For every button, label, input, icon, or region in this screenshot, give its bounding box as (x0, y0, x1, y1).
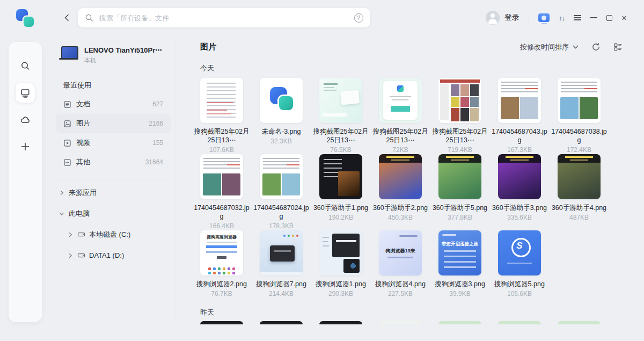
file-item[interactable]: 1740454687043.jpg167.3KB (498, 78, 541, 154)
maximize-button[interactable] (606, 15, 612, 21)
file-thumbnail (319, 230, 362, 275)
file-item-partial[interactable] (260, 321, 303, 324)
close-button[interactable]: × (621, 13, 627, 23)
search-bar[interactable]: ? (78, 8, 370, 27)
thumbnail-text: 搜狗高速浏览器 (200, 234, 243, 240)
sidebar-item-images[interactable]: 图片2166 (56, 114, 171, 133)
file-item[interactable]: 搜狗截图25年02月25日13⋯107.6KB (200, 78, 243, 154)
category-label: 视频 (76, 138, 152, 148)
file-name: 搜狗截图25年02月25日13⋯ (431, 127, 488, 144)
file-size: 166.4KB (193, 222, 250, 230)
chevron-right-icon (68, 232, 73, 237)
sort-label: 按修改时间排序 (520, 42, 569, 52)
sidebar-item-others[interactable]: 其他31664 (56, 153, 171, 172)
file-item[interactable]: 360手游助手4.png487KB (558, 154, 601, 230)
file-size: 719.4KB (431, 146, 488, 154)
file-thumbnail (319, 78, 362, 123)
other-icon (63, 158, 71, 166)
file-item-partial[interactable] (200, 321, 243, 324)
file-item[interactable]: 搜狗浏览器7.png214.4KB (260, 230, 303, 307)
file-item[interactable]: 搜狗截图25年02月25日13⋯719.4KB (438, 78, 481, 154)
transfer-list-icon[interactable]: ↑↓ (559, 14, 565, 22)
file-thumbnail (498, 154, 541, 199)
file-item[interactable]: 搜狗浏览器5.png105.6KB (498, 230, 541, 307)
section-label-yesterday: 昨天 (200, 308, 214, 317)
refresh-icon (591, 42, 601, 52)
laptop-icon (59, 46, 78, 61)
chevron-left-icon (62, 13, 72, 23)
file-thumbnail (498, 78, 541, 123)
main-content: 图片 按修改时间排序 今天 搜狗截图25年02月25日13⋯107.6KB未命名… (175, 35, 644, 341)
tree-item-disk-c[interactable]: 本地磁盘 (C:) (52, 224, 175, 245)
rail-add-button[interactable] (15, 136, 35, 157)
title-bar: ? 登录 ↑↓ × (0, 0, 644, 35)
drive-icon (77, 251, 85, 259)
tree-item-source-apps[interactable]: 来源应用 (52, 182, 175, 203)
file-name: 360手游助手1.png (312, 204, 369, 212)
content-header: 图片 按修改时间排序 (200, 42, 623, 52)
file-item-partial[interactable] (319, 321, 362, 324)
sort-dropdown[interactable]: 按修改时间排序 (520, 42, 579, 52)
folder-tree: 来源应用此电脑本地磁盘 (C:)DATA1 (D:) (52, 182, 175, 266)
back-button[interactable] (62, 13, 72, 23)
file-thumbnail: 狗浏览器13来 (379, 230, 422, 275)
chevron-right-icon (59, 190, 64, 195)
file-item[interactable]: 未命名-3.png32.3KB (260, 78, 303, 154)
category-list: 文档627图片2166视频155其他31664 (52, 95, 175, 172)
file-item-partial[interactable] (438, 321, 481, 324)
icon-rail (9, 42, 42, 322)
file-name: 360手游助手5.png (431, 204, 488, 212)
drive-icon (77, 230, 85, 238)
file-thumbnail (379, 154, 422, 199)
file-item-partial[interactable] (498, 321, 541, 324)
file-size: 227.5KB (372, 290, 429, 298)
rail-computer-button[interactable] (15, 83, 35, 103)
file-size: 214.4KB (253, 290, 310, 298)
menu-icon[interactable] (574, 15, 581, 20)
file-item[interactable]: 360手游助手1.png190.2KB (319, 154, 362, 230)
file-name: 搜狗浏览器2.png (193, 280, 250, 288)
file-item[interactable]: 1740454687038.jpg172.4KB (558, 78, 601, 154)
file-item[interactable]: 360手游助手2.png450.3KB (379, 154, 422, 230)
file-item-partial[interactable] (558, 321, 601, 324)
next-row-stubs (200, 321, 601, 324)
rail-search-button[interactable] (15, 56, 35, 76)
file-item[interactable]: 1740454687024.jpg178.3KB (260, 154, 303, 230)
help-icon[interactable]: ? (354, 13, 363, 23)
file-item[interactable]: 狗浏览器13来搜狗浏览器4.png227.5KB (379, 230, 422, 307)
device-item[interactable]: LENOVO TianYi510Pr⋯ 本机 (59, 46, 175, 64)
file-thumbnail: 搜狗高速浏览器 (200, 230, 243, 275)
file-item[interactable]: 360手游助手5.png377.8KB (438, 154, 481, 230)
rail-cloud-button[interactable] (15, 110, 35, 130)
view-mode-button[interactable] (613, 42, 623, 52)
file-size: 178.3KB (253, 222, 310, 230)
search-input[interactable] (98, 13, 354, 23)
file-thumbnail (260, 154, 303, 199)
sidebar-item-docs[interactable]: 文档627 (56, 95, 171, 114)
file-thumbnail (200, 154, 243, 199)
refresh-button[interactable] (591, 42, 601, 52)
tree-item-disk-d[interactable]: DATA1 (D:) (52, 245, 175, 266)
file-size: 450.3KB (372, 214, 429, 221)
file-item-partial[interactable] (379, 321, 422, 324)
sidebar-item-videos[interactable]: 视频155 (56, 133, 171, 153)
file-item[interactable]: 1740454687032.jpg166.4KB (200, 154, 243, 230)
chevron-down-icon (573, 45, 579, 49)
file-item[interactable]: 搜狗截图25年02月25日13⋯76.5KB (319, 78, 362, 154)
tree-item-this-pc[interactable]: 此电脑 (52, 203, 175, 224)
image-icon (63, 120, 71, 128)
file-item[interactable]: 360手游助手3.png335.6KB (498, 154, 541, 230)
computer-icon (20, 88, 31, 98)
file-thumbnail: 带您开启迅捷之旅 (438, 230, 481, 275)
file-size: 377.8KB (431, 214, 488, 221)
device-sync-icon[interactable] (538, 13, 550, 22)
file-item[interactable]: 带您开启迅捷之旅搜狗浏览器3.png39.9KB (438, 230, 481, 307)
file-item[interactable]: 搜狗截图25年02月25日13⋯72KB (379, 78, 422, 154)
minimize-button[interactable] (590, 17, 597, 18)
avatar[interactable] (486, 11, 500, 25)
file-thumbnail (438, 78, 481, 123)
file-size: 190.2KB (312, 214, 369, 221)
login-button[interactable]: 登录 (504, 13, 519, 23)
file-item[interactable]: 搜狗高速浏览器搜狗浏览器2.png76.7KB (200, 230, 243, 307)
file-item[interactable]: 搜狗浏览器1.png290.3KB (319, 230, 362, 307)
